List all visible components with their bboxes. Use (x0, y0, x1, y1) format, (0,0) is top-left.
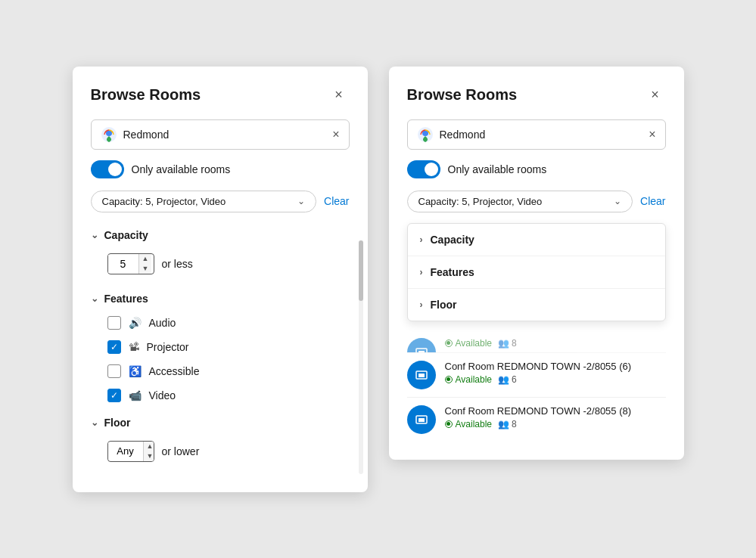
video-checkbox[interactable] (107, 389, 121, 402)
accessible-checkbox[interactable] (107, 364, 121, 378)
dropdown-features-item[interactable]: › Features (408, 256, 665, 289)
left-panel-title: Browse Rooms (91, 86, 201, 104)
right-close-button[interactable]: × (645, 85, 666, 106)
features-expand-icon: › (420, 267, 423, 277)
left-close-button[interactable]: × (328, 85, 350, 106)
left-capacity-input-row: ▲ ▼ or less (91, 247, 350, 281)
right-available-toggle[interactable] (407, 160, 440, 178)
dropdown-capacity-item[interactable]: › Capacity (408, 224, 665, 256)
left-scrollbar[interactable] (359, 240, 363, 474)
room-status-partial: Available 👥8 (445, 338, 666, 349)
left-floor-header[interactable]: ⌄ Floor (91, 411, 350, 435)
audio-checkbox[interactable] (107, 316, 121, 330)
left-capacity-section: ⌄ Capacity ▲ ▼ or less (91, 223, 350, 281)
capacity-spinners: ▲ ▼ (138, 254, 152, 274)
right-location-clear[interactable]: × (649, 128, 655, 141)
right-toggle-label: Only available rooms (448, 163, 547, 175)
collapse-icon: ⌄ (91, 230, 98, 240)
dropdown-floor-item[interactable]: › Floor (408, 289, 665, 321)
floor-expand-icon: › (420, 299, 423, 310)
capacity-badge-0: 👥6 (498, 374, 517, 385)
left-toggle-row: Only available rooms (91, 160, 350, 178)
accessible-icon: ♿ (129, 365, 142, 377)
status-available-1: Available (445, 419, 492, 429)
right-filter-dropdown[interactable]: Capacity: 5, Projector, Video ⌄ (407, 191, 633, 212)
chevron-down-icon: ⌄ (297, 196, 305, 206)
right-dropdown-menu: › Capacity › Features › Floor (407, 223, 666, 321)
capacity-badge-partial: 👥8 (498, 338, 517, 349)
projector-checkbox[interactable] (107, 340, 121, 354)
room-info-partial: Available 👥8 (445, 338, 666, 349)
floor-value-input[interactable] (108, 442, 143, 460)
right-panel-title: Browse Rooms (407, 86, 518, 104)
svg-rect-5 (418, 351, 425, 353)
right-panel-header: Browse Rooms × (407, 85, 666, 106)
left-filter-dropdown-text: Capacity: 5, Projector, Video (102, 196, 292, 207)
feature-projector-row: 📽 Projector (91, 335, 350, 359)
left-available-toggle[interactable] (91, 160, 124, 178)
left-filter-bar: Capacity: 5, Projector, Video ⌄ Clear (91, 191, 350, 212)
feature-audio-row: 🔊 Audio (91, 311, 350, 335)
right-location-input[interactable]: Redmond × (407, 119, 666, 150)
features-collapse-icon: ⌄ (91, 293, 98, 304)
left-floor-input-row: ▲ ▼ or lower (91, 435, 350, 468)
left-panel-header: Browse Rooms × (91, 85, 350, 106)
room-info-0: Conf Room REDMOND TOWN -2/8055 (6) Avail… (445, 361, 666, 385)
left-toggle-label: Only available rooms (132, 163, 231, 175)
video-icon: 📹 (129, 389, 142, 401)
room-item-0[interactable]: Conf Room REDMOND TOWN -2/8055 (6) Avail… (407, 353, 666, 398)
status-available-partial: Available (445, 338, 492, 349)
left-capacity-header[interactable]: ⌄ Capacity (91, 223, 350, 247)
right-location-text: Redmond (440, 129, 643, 141)
floor-collapse-icon: ⌄ (91, 417, 98, 428)
floor-suffix: or lower (162, 445, 200, 457)
right-clear-button[interactable]: Clear (640, 195, 665, 207)
right-location-icon (417, 126, 434, 143)
capacity-value-input[interactable] (108, 255, 138, 273)
capacity-down-button[interactable]: ▼ (139, 264, 152, 274)
projector-icon: 📽 (129, 341, 139, 353)
capacity-expand-icon: › (420, 234, 423, 245)
left-capacity-input[interactable]: ▲ ▼ (107, 253, 154, 274)
right-toggle-row: Only available rooms (407, 160, 666, 178)
room-name-1: Conf Room REDMOND TOWN -2/8055 (8) (445, 405, 666, 417)
room-status-0: Available 👥6 (445, 374, 666, 385)
left-location-input[interactable]: Redmond × (91, 119, 350, 150)
room-avatar-partial (407, 338, 436, 353)
audio-icon: 🔊 (129, 317, 142, 329)
right-filter-bar: Capacity: 5, Projector, Video ⌄ Clear (407, 191, 666, 212)
room-status-1: Available 👥8 (445, 419, 666, 429)
floor-down-button[interactable]: ▼ (144, 451, 154, 461)
feature-accessible-row: ♿ Accessible (91, 359, 350, 383)
room-avatar-1 (407, 405, 436, 434)
left-panel: Browse Rooms × Redmond × Only available … (73, 67, 368, 492)
left-features-section: ⌄ Features 🔊 Audio 📽 Projector ♿ Accessi… (91, 287, 350, 408)
left-clear-button[interactable]: Clear (324, 195, 349, 207)
left-location-clear[interactable]: × (332, 128, 339, 141)
left-features-header[interactable]: ⌄ Features (91, 287, 350, 311)
left-location-text: Redmond (123, 129, 327, 141)
right-chevron-down-icon: ⌄ (614, 196, 621, 206)
room-item-1[interactable]: Conf Room REDMOND TOWN -2/8055 (8) Avail… (407, 398, 666, 442)
floor-spinners: ▲ ▼ (143, 442, 154, 461)
left-filter-dropdown[interactable]: Capacity: 5, Projector, Video ⌄ (91, 191, 317, 212)
capacity-up-button[interactable]: ▲ (139, 254, 152, 264)
dropdown-capacity-label: Capacity (431, 234, 474, 246)
svg-rect-9 (418, 418, 425, 422)
left-floor-section: ⌄ Floor ▲ ▼ or lower (91, 411, 350, 468)
capacity-suffix: or less (162, 258, 193, 270)
video-label: Video (149, 389, 176, 401)
capacity-badge-1: 👥8 (498, 419, 517, 429)
left-floor-input[interactable]: ▲ ▼ (107, 441, 154, 462)
room-item-partial[interactable]: Available 👥8 (407, 330, 666, 353)
svg-rect-7 (418, 374, 425, 377)
status-available-0: Available (445, 374, 492, 385)
accessible-label: Accessible (149, 365, 200, 377)
location-icon (101, 126, 117, 143)
floor-up-button[interactable]: ▲ (144, 442, 154, 451)
feature-video-row: 📹 Video (91, 383, 350, 408)
room-avatar-0 (407, 361, 436, 389)
dropdown-floor-label: Floor (431, 299, 457, 311)
left-floor-label: Floor (104, 417, 131, 429)
right-filter-dropdown-text: Capacity: 5, Projector, Video (418, 196, 608, 207)
